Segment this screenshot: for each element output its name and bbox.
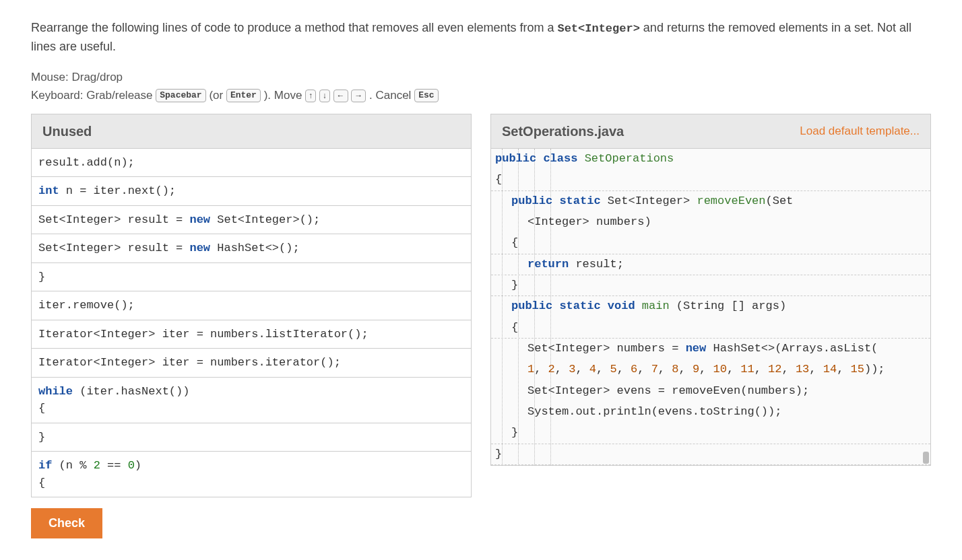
kbd-esc: Esc bbox=[414, 89, 438, 102]
editor-line[interactable]: { bbox=[491, 170, 930, 190]
editor-title: SetOperations.java bbox=[502, 121, 624, 141]
code-editor[interactable]: public class SetOperations{public static… bbox=[490, 149, 931, 466]
code-tile[interactable]: Iterator<Integer> iter = numbers.iterato… bbox=[32, 349, 471, 378]
kbd-right: → bbox=[351, 90, 366, 102]
kbd-enter: Enter bbox=[226, 89, 261, 102]
editor-panel: SetOperations.java Load default template… bbox=[490, 114, 931, 539]
code-tile[interactable]: Set<Integer> result = new Set<Integer>()… bbox=[32, 206, 471, 235]
unused-header: Unused bbox=[31, 114, 472, 149]
kbd-down: ↓ bbox=[319, 90, 330, 102]
hint-mouse: Mouse: Drag/drop bbox=[31, 68, 931, 86]
editor-line[interactable]: System.out.println(evens.toString()); bbox=[491, 402, 930, 423]
editor-line[interactable]: } bbox=[491, 275, 930, 296]
editor-line[interactable]: Set<Integer> numbers = new HashSet<>(Arr… bbox=[491, 339, 930, 359]
keyboard-hints: Mouse: Drag/drop Keyboard: Grab/release … bbox=[31, 68, 931, 104]
editor-line[interactable]: <Integer> numbers) bbox=[491, 212, 930, 233]
editor-line[interactable]: public static Set<Integer> removeEven(Se… bbox=[491, 191, 930, 212]
instructions-code: Set<Integer> bbox=[557, 22, 639, 35]
editor-line[interactable]: return result; bbox=[491, 254, 930, 275]
code-tile[interactable]: if (n % 2 == 0) { bbox=[32, 452, 471, 497]
code-tile[interactable]: int n = iter.next(); bbox=[32, 177, 471, 206]
code-tile[interactable]: Iterator<Integer> iter = numbers.listIte… bbox=[32, 320, 471, 349]
code-tile[interactable]: iter.remove(); bbox=[32, 291, 471, 320]
editor-line[interactable]: } bbox=[491, 423, 930, 444]
code-tile[interactable]: } bbox=[32, 423, 471, 452]
code-tile[interactable]: result.add(n); bbox=[32, 149, 471, 178]
hint-keyboard: Keyboard: Grab/release Spacebar (or Ente… bbox=[31, 86, 931, 104]
kbd-spacebar: Spacebar bbox=[156, 89, 205, 102]
editor-line[interactable]: public class SetOperations bbox=[491, 149, 930, 170]
code-tile[interactable]: } bbox=[32, 263, 471, 292]
check-button[interactable]: Check bbox=[31, 508, 102, 538]
editor-line[interactable]: public static void main (String [] args) bbox=[491, 296, 930, 317]
editor-line[interactable]: Set<Integer> evens = removeEven(numbers)… bbox=[491, 381, 930, 402]
kbd-up: ↑ bbox=[305, 90, 316, 102]
editor-line[interactable]: { bbox=[491, 318, 930, 339]
instructions-text: Rearrange the following lines of code to… bbox=[31, 19, 931, 56]
code-tile[interactable]: Set<Integer> result = new HashSet<>(); bbox=[32, 234, 471, 263]
editor-line[interactable]: } bbox=[491, 444, 930, 465]
unused-tile-list[interactable]: result.add(n);int n = iter.next();Set<In… bbox=[31, 149, 472, 498]
editor-line[interactable]: 1, 2, 3, 4, 5, 6, 7, 8, 9, 10, 11, 12, 1… bbox=[491, 359, 930, 380]
unused-panel: Unused result.add(n);int n = iter.next()… bbox=[31, 114, 472, 539]
kbd-left: ← bbox=[333, 90, 348, 102]
editor-header: SetOperations.java Load default template… bbox=[490, 114, 931, 149]
scrollbar-thumb[interactable] bbox=[923, 452, 929, 464]
load-default-link[interactable]: Load default template... bbox=[800, 123, 920, 140]
editor-line[interactable]: { bbox=[491, 233, 930, 254]
code-tile[interactable]: while (iter.hasNext()) { bbox=[32, 378, 471, 423]
